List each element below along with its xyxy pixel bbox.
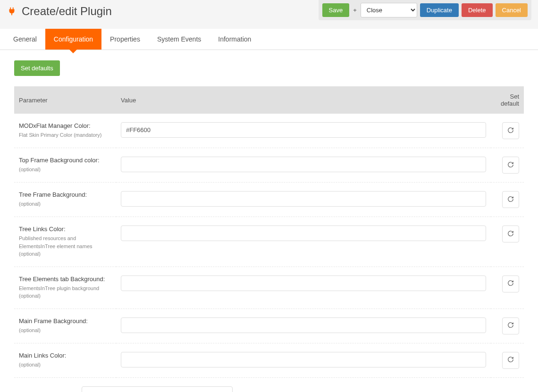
- tab-bar: General Configuration Properties System …: [0, 29, 538, 50]
- refresh-icon: [507, 356, 514, 364]
- value-cell: [116, 343, 491, 377]
- set-defaults-button[interactable]: Set defaults: [14, 60, 60, 76]
- save-button[interactable]: Save: [322, 3, 350, 17]
- tab-content-configuration: Set defaults Parameter Value Set default…: [0, 50, 538, 392]
- value-input[interactable]: [121, 225, 486, 241]
- value-input[interactable]: [121, 191, 486, 207]
- default-cell: [491, 114, 524, 148]
- header-actions: Save + Close Duplicate Delete Cancel: [319, 0, 531, 20]
- col-header-value: Value: [116, 86, 491, 114]
- param-cell: Tree Elements tab Background:ElementsInT…: [14, 267, 116, 309]
- param-label: Main Links Color:: [19, 352, 111, 359]
- plus-separator: +: [352, 7, 358, 14]
- param-cell: Tree Frame Background:(optional): [14, 183, 116, 217]
- page-header: Create/edit Plugin Save + Close Duplicat…: [0, 0, 538, 29]
- value-input[interactable]: [121, 352, 486, 367]
- tab-configuration[interactable]: Configuration: [45, 29, 101, 50]
- param-help: Flat Skin Primary Color (mandatory): [19, 131, 111, 139]
- refresh-icon: [507, 230, 514, 238]
- refresh-icon: [507, 161, 514, 169]
- table-row: Tree Links Color:Published resources and…: [14, 217, 524, 267]
- tab-information[interactable]: Information: [210, 29, 260, 50]
- value-cell: [116, 217, 491, 267]
- default-cell: [491, 267, 524, 309]
- table-row: MODxFlat Manager Color:Flat Skin Primary…: [14, 114, 524, 148]
- page-title-text: Create/edit Plugin: [22, 5, 112, 18]
- config-table: Parameter Value Set default MODxFlat Man…: [14, 86, 524, 378]
- value-input[interactable]: [121, 317, 486, 333]
- tab-system-events[interactable]: System Events: [149, 29, 210, 50]
- value-cell: [116, 267, 491, 309]
- table-row: Main Frame Background:(optional): [14, 309, 524, 343]
- refresh-icon: [507, 322, 514, 330]
- default-cell: [491, 217, 524, 267]
- value-input[interactable]: [121, 275, 486, 291]
- value-cell: [116, 183, 491, 217]
- value-cell: [116, 148, 491, 183]
- param-cell: Main Links Color:(optional): [14, 343, 116, 377]
- param-label: Tree Links Color:: [19, 225, 111, 233]
- table-row: Tree Elements tab Background:ElementsInT…: [14, 267, 524, 309]
- default-cell: [491, 343, 524, 377]
- default-cell: [491, 183, 524, 217]
- delete-button[interactable]: Delete: [462, 3, 493, 17]
- reset-default-button[interactable]: [502, 122, 519, 139]
- value-cell: [116, 114, 491, 148]
- table-row: Top Frame Background color:(optional): [14, 148, 524, 183]
- param-cell: Tree Links Color:Published resources and…: [14, 217, 116, 267]
- reset-default-button[interactable]: [502, 352, 519, 369]
- param-cell: MODxFlat Manager Color:Flat Skin Primary…: [14, 114, 116, 148]
- value-input[interactable]: [121, 157, 486, 172]
- param-label: Top Frame Background color:: [19, 157, 111, 164]
- reset-default-button[interactable]: [502, 157, 519, 174]
- page-title: Create/edit Plugin: [7, 5, 112, 18]
- tab-properties[interactable]: Properties: [101, 29, 149, 50]
- cancel-button[interactable]: Cancel: [496, 3, 528, 17]
- col-header-set-default: Set default: [491, 86, 524, 114]
- col-header-parameter: Parameter: [14, 86, 116, 114]
- value-cell: [116, 309, 491, 343]
- param-label: MODxFlat Manager Color:: [19, 122, 111, 129]
- value-input[interactable]: [121, 122, 486, 138]
- static-file-row: Static file path:: [19, 386, 519, 392]
- tab-general[interactable]: General: [5, 29, 45, 50]
- table-row: Tree Frame Background:(optional): [14, 183, 524, 217]
- param-label: Tree Elements tab Background:: [19, 275, 111, 283]
- reset-default-button[interactable]: [502, 317, 519, 334]
- refresh-icon: [507, 127, 514, 135]
- param-help: (optional): [19, 361, 111, 369]
- plug-icon: [7, 6, 17, 17]
- param-label: Main Frame Background:: [19, 317, 111, 325]
- param-help: (optional): [19, 326, 111, 334]
- close-select[interactable]: Close: [361, 3, 417, 17]
- static-file-label: Static file path:: [19, 391, 63, 392]
- param-help: ElementsInTree plugin background (option…: [19, 284, 111, 300]
- reset-default-button[interactable]: [502, 275, 519, 292]
- param-cell: Top Frame Background color:(optional): [14, 148, 116, 183]
- duplicate-button[interactable]: Duplicate: [420, 3, 459, 17]
- param-help: (optional): [19, 200, 111, 208]
- refresh-icon: [507, 196, 514, 204]
- table-row: Main Links Color:(optional): [14, 343, 524, 377]
- param-help: Published resources and ElementsInTree e…: [19, 234, 111, 258]
- default-cell: [491, 309, 524, 343]
- param-cell: Main Frame Background:(optional): [14, 309, 116, 343]
- static-file-input[interactable]: [82, 386, 233, 392]
- reset-default-button[interactable]: [502, 191, 519, 208]
- param-label: Tree Frame Background:: [19, 191, 111, 198]
- refresh-icon: [507, 280, 514, 288]
- default-cell: [491, 148, 524, 183]
- param-help: (optional): [19, 166, 111, 174]
- reset-default-button[interactable]: [502, 225, 519, 242]
